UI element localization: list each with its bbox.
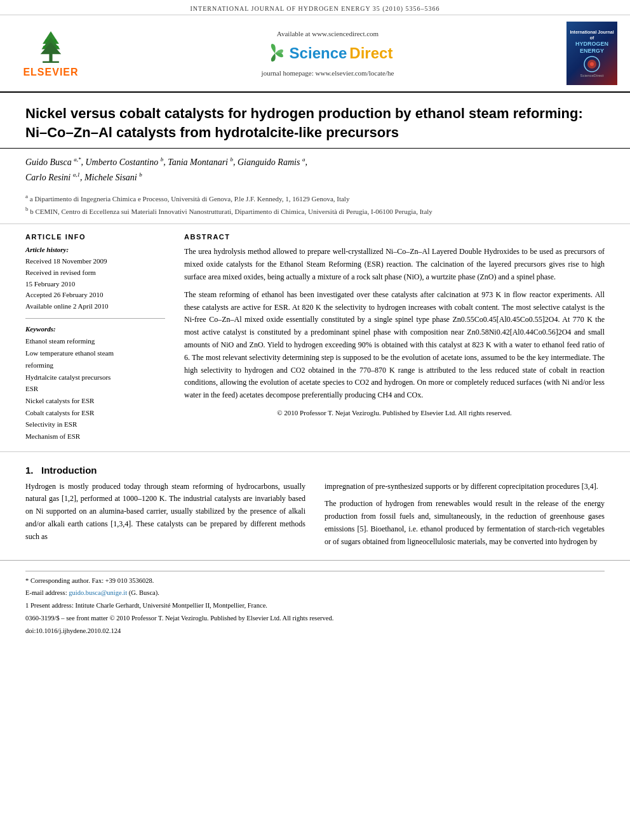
section-title-text: Introduction — [41, 465, 97, 476]
received-date: Received 18 November 2009 — [25, 256, 165, 267]
svg-point-8 — [56, 46, 58, 48]
keyword-4: ESR — [25, 383, 165, 395]
abstract-copyright: © 2010 Professor T. Nejat Veziroglu. Pub… — [184, 407, 605, 418]
keyword-2: Low temperature ethanol steamreforming — [25, 347, 165, 371]
author-carlo: Carlo Resini a,1, — [25, 173, 84, 182]
banner-center: Available at www.sciencedirect.com Scien… — [89, 30, 566, 77]
article-title-section: Nickel versus cobalt catalysts for hydro… — [0, 93, 630, 149]
affiliation-a: a a Dipartimento di Ingegneria Chimica e… — [25, 192, 605, 204]
abstract-heading: ABSTRACT — [184, 233, 605, 241]
svg-point-12 — [590, 62, 594, 66]
intro-left-col: Hydrogen is mostly produced today throug… — [25, 481, 305, 554]
affiliations-section: a a Dipartimento di Ingegneria Chimica e… — [0, 189, 630, 225]
intro-right-text: impregnation of pre-synthesized supports… — [325, 481, 605, 549]
svg-rect-1 — [43, 61, 59, 63]
journal-cover: International Journal of HYDROGENENERGY … — [566, 22, 617, 85]
accepted-date: Accepted 26 February 2010 — [25, 290, 165, 301]
keyword-7: Selectivity in ESR — [25, 418, 165, 430]
journal-homepage: journal homepage: www.elsevier.com/locat… — [262, 69, 394, 77]
intro-right-paragraph-1: impregnation of pre-synthesized supports… — [325, 481, 605, 493]
direct-text: Direct — [349, 44, 392, 62]
email-label: E-mail address: — [25, 589, 67, 596]
article-history-label: Article history: — [25, 246, 165, 253]
abstract-text: The urea hydrolysis method allowed to pr… — [184, 246, 605, 418]
keyword-6: Cobalt catalysts for ESR — [25, 407, 165, 419]
abstract-paragraph-1: The urea hydrolysis method allowed to pr… — [184, 246, 605, 283]
journal-header: INTERNATIONAL JOURNAL OF HYDROGEN ENERGY… — [0, 0, 630, 15]
received-revised-date: 15 February 2010 — [25, 279, 165, 290]
corresponding-author-note: * Corresponding author. Fax: +39 010 353… — [25, 575, 605, 587]
email-link[interactable]: guido.busca@unige.it — [69, 589, 127, 596]
svg-point-7 — [43, 46, 46, 48]
corresponding-author-text: * Corresponding author. Fax: +39 010 353… — [25, 577, 154, 584]
keyword-3: Hydrtalcite catalyst precursors — [25, 371, 165, 383]
available-online-date: Available online 2 April 2010 — [25, 301, 165, 312]
journal-header-text: INTERNATIONAL JOURNAL OF HYDROGEN ENERGY… — [190, 5, 439, 12]
cover-image-icon — [579, 55, 605, 74]
intro-left-text: Hydrogen is mostly produced today throug… — [25, 481, 305, 543]
footer-top-divider — [25, 571, 605, 571]
author-umberto: Umberto Costantino b, — [85, 157, 168, 167]
introduction-heading: 1. Introduction — [25, 465, 605, 476]
abstract-column: ABSTRACT The urea hydrolysis method allo… — [184, 233, 605, 442]
section-number: 1. — [25, 465, 34, 476]
doi-line: doi:10.1016/j.ijhydene.2010.02.124 — [25, 625, 605, 637]
article-info-heading: ARTICLE INFO — [25, 233, 165, 241]
author-michele: Michele Sisani b — [84, 173, 142, 182]
abstract-paragraph-2: The steam reforming of ethanol has been … — [184, 289, 605, 402]
footnote-1-text: 1 Present address: Intitute Charle Gerha… — [25, 602, 267, 609]
keyword-1: Ethanol steam reforming — [25, 335, 165, 347]
intro-right-col: impregnation of pre-synthesized supports… — [325, 481, 605, 554]
author-gianguido: Gianguido Ramis a, — [238, 157, 307, 167]
author-tania: Tania Montanari b, — [168, 157, 238, 167]
sciencedirect-leaf-icon — [263, 41, 287, 65]
sciencedirect-logo: ScienceDirect — [263, 41, 393, 65]
intro-two-col: Hydrogen is mostly produced today throug… — [25, 481, 605, 554]
article-title: Nickel versus cobalt catalysts for hydro… — [25, 104, 605, 142]
elsevier-logo: ELSEVIER — [13, 29, 89, 78]
elsevier-tree-icon — [32, 29, 70, 67]
keyword-8: Mechanism of ESR — [25, 430, 165, 443]
elsevier-label: ELSEVIER — [23, 67, 78, 78]
banner: ELSEVIER Available at www.sciencedirect.… — [0, 15, 630, 93]
info-divider — [25, 318, 165, 319]
affiliation-b: b b CEMIN, Centro di Eccellenza sui Mate… — [25, 204, 605, 217]
svg-point-5 — [45, 39, 48, 42]
introduction-section: 1. Introduction Hydrogen is mostly produ… — [0, 452, 630, 560]
email-note: E-mail address: guido.busca@unige.it (G.… — [25, 587, 605, 599]
email-suffix: (G. Busca). — [129, 589, 159, 596]
article-info-abstract: ARTICLE INFO Article history: Received 1… — [0, 224, 630, 451]
article-footer: * Corresponding author. Fax: +39 010 353… — [0, 560, 630, 644]
article-info-column: ARTICLE INFO Article history: Received 1… — [25, 233, 165, 442]
available-text: Available at www.sciencedirect.com — [277, 30, 379, 37]
author-guido: Guido Busca a,*, — [25, 157, 85, 167]
intro-right-paragraph-2: The production of hydrogen from renewabl… — [325, 498, 605, 548]
svg-point-6 — [54, 39, 57, 42]
footnote-1: 1 Present address: Intitute Charle Gerha… — [25, 600, 605, 611]
issn-line: 0360-3199/$ – see front matter © 2010 Pr… — [25, 613, 605, 624]
science-text: Science — [290, 44, 347, 62]
received-revised-label: Received in revised form — [25, 267, 165, 279]
keywords-label: Keywords: — [25, 325, 165, 333]
intro-left-paragraph-1: Hydrogen is mostly produced today throug… — [25, 481, 305, 543]
keyword-5: Nickel catalysts for ESR — [25, 395, 165, 407]
authors-section: Guido Busca a,*, Umberto Costantino b, T… — [0, 149, 630, 189]
